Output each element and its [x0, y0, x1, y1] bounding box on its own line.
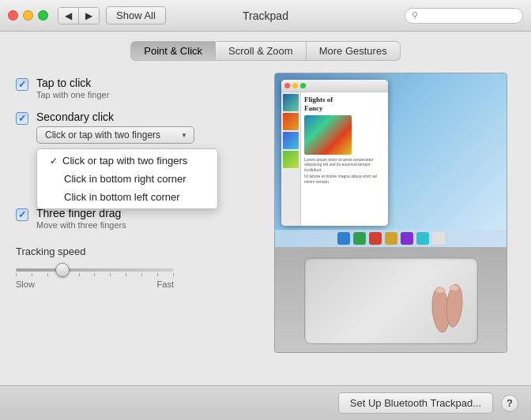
search-icon: ⚲ — [412, 10, 418, 21]
minimize-button[interactable] — [23, 10, 33, 21]
slider-labels: Slow Fast — [16, 279, 174, 289]
close-button[interactable] — [8, 10, 18, 21]
tracking-label: Tracking speed — [16, 246, 258, 257]
left-panel: Tap to click Tap with one finger Seconda… — [16, 69, 258, 369]
window-title: Trackpad — [243, 9, 288, 22]
nav-buttons: ◀ ▶ — [58, 7, 100, 24]
tracking-section: Tracking speed Slow Fast — [16, 246, 258, 289]
slider-slow-label: Slow — [16, 279, 35, 289]
svg-point-3 — [450, 285, 459, 291]
search-box: ⚲ — [405, 8, 523, 24]
bluetooth-trackpad-button[interactable]: Set Up Bluetooth Trackpad... — [338, 392, 493, 414]
secondary-click-dropdown-container: Click or tap with two fingers ▼ Click or… — [36, 126, 194, 144]
secondary-click-dropdown[interactable]: Click or tap with two fingers ▼ — [36, 126, 194, 144]
slider-background — [16, 268, 174, 272]
slider-track — [16, 264, 258, 276]
tab-scroll-zoom[interactable]: Scroll & Zoom — [216, 41, 307, 61]
preview-frame: Flights ofFancy Lorem ipsum dolor sit am… — [274, 73, 507, 353]
traffic-lights — [8, 10, 48, 21]
dropdown-menu: Click or tap with two fingers Click in b… — [36, 148, 218, 209]
three-finger-drag-option: Three finger drag Move with three finger… — [16, 207, 258, 230]
tap-to-click-title: Tap to click — [36, 77, 109, 89]
forward-button[interactable]: ▶ — [79, 8, 99, 24]
trackpad-surface — [304, 257, 478, 344]
secondary-click-option: Secondary click Click or tap with two fi… — [16, 111, 258, 144]
show-all-button[interactable]: Show All — [106, 6, 166, 24]
tab-bar: Point & Click Scroll & Zoom More Gesture… — [0, 32, 531, 69]
tab-point-click[interactable]: Point & Click — [130, 41, 216, 61]
tap-to-click-subtitle: Tap with one finger — [36, 90, 109, 99]
svg-point-2 — [435, 287, 445, 294]
dropdown-selected-label: Click or tap with two fingers — [45, 129, 160, 141]
tap-to-click-text: Tap to click Tap with one finger — [36, 77, 109, 99]
slider-container: Slow Fast — [16, 264, 258, 289]
fingers-illustration — [402, 276, 473, 343]
three-finger-drag-checkbox[interactable] — [16, 208, 28, 221]
secondary-click-title: Secondary click — [36, 111, 194, 123]
back-button[interactable]: ◀ — [58, 8, 79, 24]
secondary-click-text: Secondary click Click or tap with two fi… — [36, 111, 194, 144]
title-bar: ◀ ▶ Show All Trackpad ⚲ — [0, 0, 531, 32]
dropdown-item-bottom-right[interactable]: Click in bottom right corner — [37, 170, 217, 188]
slider-thumb[interactable] — [55, 263, 70, 277]
dropdown-item-two-fingers[interactable]: Click or tap with two fingers — [37, 152, 217, 170]
help-button[interactable]: ? — [501, 395, 518, 412]
screen-simulation: Flights ofFancy Lorem ipsum dolor sit am… — [275, 73, 507, 247]
dropdown-arrow-icon: ▼ — [181, 132, 187, 139]
tap-to-click-checkbox[interactable] — [16, 78, 28, 91]
trackpad-image — [275, 247, 507, 353]
dropdown-item-bottom-left[interactable]: Click in bottom left corner — [37, 188, 217, 206]
right-panel: Flights ofFancy Lorem ipsum dolor sit am… — [274, 69, 515, 369]
bottom-bar: Set Up Bluetooth Trackpad... ? — [0, 385, 531, 420]
tab-more-gestures[interactable]: More Gestures — [307, 41, 401, 61]
search-input[interactable] — [421, 10, 516, 21]
slider-fast-label: Fast — [157, 279, 174, 289]
secondary-click-checkbox[interactable] — [16, 112, 28, 125]
three-finger-drag-subtitle: Move with three fingers — [36, 220, 126, 230]
main-content: Tap to click Tap with one finger Seconda… — [0, 69, 531, 369]
maximize-button[interactable] — [38, 10, 48, 21]
tap-to-click-option: Tap to click Tap with one finger — [16, 77, 258, 99]
three-finger-drag-text: Three finger drag Move with three finger… — [36, 207, 126, 230]
